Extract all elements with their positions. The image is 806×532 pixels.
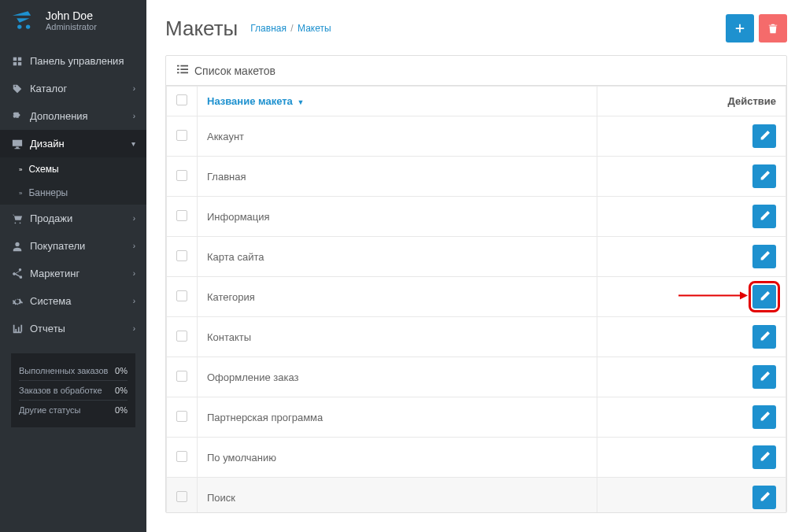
sidebar-item-7[interactable]: Система› xyxy=(0,287,146,315)
table-row: Главная xyxy=(167,157,786,197)
col-name-header[interactable]: Название макета ▼ xyxy=(198,87,597,116)
sidebar-item-0[interactable]: Панель управления xyxy=(0,47,146,75)
chevron-right-icon: › xyxy=(133,297,135,305)
row-checkbox-cell xyxy=(167,357,198,397)
svg-point-0 xyxy=(17,24,21,28)
sidebar-item-6[interactable]: Маркетинг› xyxy=(0,260,146,287)
row-name: Главная xyxy=(207,171,246,183)
stat-row-2: Другие статусы0% xyxy=(19,401,128,419)
row-name: Категория xyxy=(207,291,255,303)
user-role: Administrator xyxy=(46,22,97,31)
sidebar-item-label: Панель управления xyxy=(30,55,135,67)
row-name: Поиск xyxy=(207,492,235,504)
row-checkbox[interactable] xyxy=(176,411,187,422)
pencil-icon xyxy=(759,291,770,302)
row-name-cell: Информация xyxy=(198,197,597,237)
chevron-right-icon: › xyxy=(133,112,135,120)
table-row: Поиск xyxy=(167,478,786,513)
pencil-icon xyxy=(759,171,770,182)
row-name-cell: Поиск xyxy=(198,478,597,513)
pencil-icon xyxy=(759,331,770,342)
gear-icon xyxy=(11,296,24,307)
sidebar-item-1[interactable]: Каталог› xyxy=(0,75,146,102)
panel-title: Список макетов xyxy=(194,65,275,77)
edit-button[interactable] xyxy=(752,486,776,509)
chevron-down-icon: ▾ xyxy=(131,139,135,148)
edit-button[interactable] xyxy=(752,205,776,228)
sidebar-item-label: Дизайн xyxy=(30,138,131,150)
row-action-cell xyxy=(597,317,786,357)
stat-value: 0% xyxy=(115,405,128,415)
panel: Список макетов Название макета ▼ Действи… xyxy=(165,55,787,513)
annotation-arrow xyxy=(678,290,749,304)
tags-icon xyxy=(11,83,24,94)
row-checkbox[interactable] xyxy=(176,451,187,462)
panel-heading: Список макетов xyxy=(166,56,786,86)
delete-button[interactable] xyxy=(759,14,787,42)
edit-button[interactable] xyxy=(752,245,776,268)
table-row: Карта сайта xyxy=(167,237,786,277)
row-checkbox[interactable] xyxy=(176,130,187,141)
row-action-cell xyxy=(597,478,786,513)
pencil-icon xyxy=(759,211,770,222)
sidebar-item-2[interactable]: Дополнения› xyxy=(0,102,146,130)
row-checkbox-cell xyxy=(167,438,198,478)
row-name-cell: Аккаунт xyxy=(198,116,597,157)
row-checkbox[interactable] xyxy=(176,331,187,342)
edit-button[interactable] xyxy=(752,124,776,148)
stat-label: Заказов в обработке xyxy=(19,386,102,395)
row-checkbox[interactable] xyxy=(176,210,187,221)
sidebar-subitem-1[interactable]: »Баннеры xyxy=(0,181,146,205)
chevron-right-icon: › xyxy=(133,269,135,278)
pencil-icon xyxy=(759,492,770,503)
chevron-right-icon: › xyxy=(133,242,135,250)
row-checkbox[interactable] xyxy=(176,250,187,261)
table-header-row: Название макета ▼ Действие xyxy=(167,87,786,116)
row-name-cell: По умолчанию xyxy=(198,438,597,478)
sidebar-item-8[interactable]: Отчеты› xyxy=(0,315,146,342)
select-all-checkbox[interactable] xyxy=(176,94,187,105)
stat-value: 0% xyxy=(115,386,128,395)
sidebar-item-4[interactable]: Продажи› xyxy=(0,205,146,232)
row-checkbox[interactable] xyxy=(176,290,187,301)
row-action-cell xyxy=(597,277,786,317)
row-checkbox-cell xyxy=(167,116,198,157)
row-checkbox[interactable] xyxy=(176,491,187,502)
share-icon xyxy=(11,268,24,279)
main-content: Макеты Главная / Макеты Список маке xyxy=(146,0,806,532)
table-row: Аккаунт xyxy=(167,116,786,157)
chevron-right-icon: › xyxy=(133,84,135,93)
sidebar-item-label: Дополнения xyxy=(30,110,133,122)
breadcrumb-current[interactable]: Макеты xyxy=(298,23,331,34)
sidebar-subitem-0[interactable]: »Схемы xyxy=(0,157,146,181)
row-action-cell xyxy=(597,237,786,277)
sidebar-item-label: Продажи xyxy=(30,212,133,224)
row-name-cell: Контакты xyxy=(198,317,597,357)
add-button[interactable] xyxy=(726,14,754,42)
edit-button[interactable] xyxy=(752,405,776,429)
edit-button[interactable] xyxy=(752,164,776,188)
row-checkbox[interactable] xyxy=(176,170,187,181)
edit-button[interactable] xyxy=(752,325,776,349)
bullet-icon: » xyxy=(19,166,22,173)
edit-button[interactable] xyxy=(752,285,776,308)
row-checkbox[interactable] xyxy=(176,371,187,382)
row-action-cell xyxy=(597,357,786,397)
row-name: Оформление заказ xyxy=(207,371,299,383)
sidebar-item-label: Каталог xyxy=(30,83,133,94)
edit-button[interactable] xyxy=(752,445,776,469)
col-checkbox xyxy=(167,87,198,116)
chevron-right-icon: › xyxy=(133,324,135,333)
sidebar-item-3[interactable]: Дизайн▾ xyxy=(0,130,146,157)
stats-widget: Выполненных заказов0%Заказов в обработке… xyxy=(11,353,135,427)
sidebar-header: John Doe Administrator xyxy=(0,0,146,47)
sidebar-item-5[interactable]: Покупатели› xyxy=(0,232,146,260)
table-row: Категория xyxy=(167,277,786,317)
header-actions xyxy=(726,14,787,42)
col-action-header: Действие xyxy=(597,87,786,116)
stat-label: Другие статусы xyxy=(19,405,81,415)
svg-point-1 xyxy=(26,24,30,28)
chart-icon xyxy=(11,323,24,334)
breadcrumb-home[interactable]: Главная xyxy=(250,23,287,34)
edit-button[interactable] xyxy=(752,365,776,389)
